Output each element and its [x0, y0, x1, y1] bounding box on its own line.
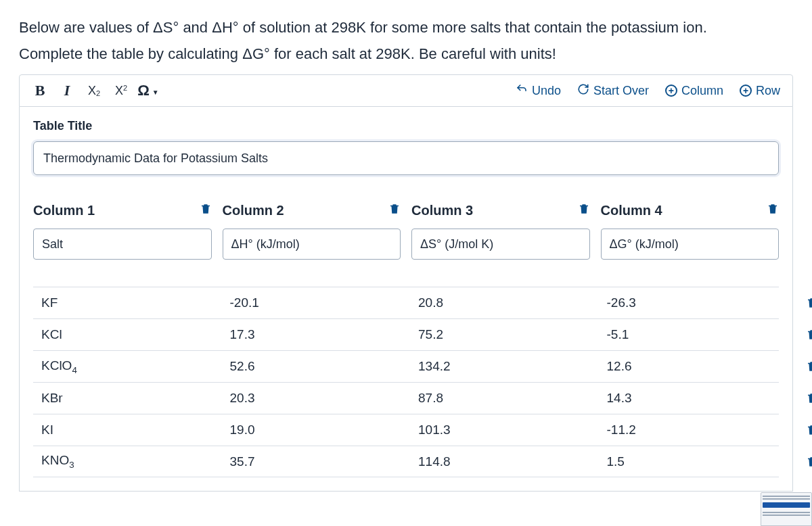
table-editor-panel: Table Title Column 1 Salt Column 2 ΔH° (… — [19, 107, 793, 492]
refresh-icon — [577, 83, 589, 99]
cell-col1[interactable]: KBr — [35, 391, 212, 406]
add-row-button[interactable]: + Row — [740, 84, 780, 98]
cell-col4[interactable]: 14.3 — [600, 391, 778, 406]
subscript-glyph: X — [88, 84, 96, 98]
question-line-1: Below are values of ΔS° and ΔH° of solut… — [19, 16, 793, 39]
cell-col3[interactable]: 101.3 — [411, 423, 589, 437]
column-block-4: Column 4 ΔG° (kJ/mol) — [601, 202, 780, 260]
column-block-3: Column 3 ΔS° (J/mol K) — [411, 202, 590, 260]
column-2-header-input[interactable]: ΔH° (kJ/mol) — [223, 229, 401, 260]
bold-button[interactable]: B — [26, 77, 53, 104]
cell-col3[interactable]: 114.8 — [411, 454, 589, 469]
cell-col3[interactable]: 87.8 — [411, 391, 589, 406]
column-1-header-input[interactable]: Salt — [33, 229, 212, 260]
row-delete-column — [806, 287, 812, 477]
column-headers-row: Column 1 Salt Column 2 ΔH° (kJ/mol) Colu… — [33, 202, 779, 260]
delete-column-4-button[interactable] — [767, 202, 779, 219]
start-over-label: Start Over — [593, 84, 649, 98]
table-row: KCl17.375.2-5.1 — [33, 318, 779, 350]
cell-col2[interactable]: 35.7 — [223, 454, 401, 469]
column-1-header-value: Salt — [42, 237, 63, 252]
plus-icon: + — [665, 85, 677, 97]
omega-icon: Ω — [137, 82, 150, 99]
cell-col3[interactable]: 20.8 — [411, 295, 589, 310]
undo-label: Undo — [532, 84, 561, 98]
column-1-label: Column 1 — [33, 203, 95, 218]
table-title-input[interactable] — [43, 151, 769, 166]
format-group: B I X2 X2 Ω ▼ — [26, 77, 162, 104]
special-char-button[interactable]: Ω ▼ — [135, 77, 162, 104]
table-row: KI19.0101.3-11.2 — [33, 414, 779, 446]
column-2-header-value: ΔH° (kJ/mol) — [231, 237, 300, 252]
delete-row-button[interactable] — [806, 446, 812, 477]
editor-toolbar: B I X2 X2 Ω ▼ Undo Start Over + Column + — [19, 74, 793, 107]
column-4-label: Column 4 — [601, 203, 662, 218]
delete-row-button[interactable] — [806, 382, 812, 414]
column-3-label: Column 3 — [411, 203, 473, 218]
cell-col1[interactable]: KF — [35, 295, 212, 310]
italic-button[interactable]: I — [53, 77, 81, 104]
superscript-glyph: X — [115, 84, 123, 98]
cell-col4[interactable]: 1.5 — [600, 454, 778, 469]
page-thumbnail[interactable] — [761, 492, 812, 526]
table-title-label: Table Title — [33, 119, 779, 133]
column-4-header-value: ΔG° (kJ/mol) — [610, 237, 679, 252]
action-group: Undo Start Over + Column + Row — [516, 83, 786, 99]
data-rows: KF-20.120.8-26.3KCl17.375.2-5.1KClO452.6… — [33, 287, 779, 477]
column-block-2: Column 2 ΔH° (kJ/mol) — [223, 202, 401, 260]
chevron-down-icon: ▼ — [152, 89, 159, 96]
column-2-label: Column 2 — [223, 203, 284, 218]
cell-col1[interactable]: KI — [35, 423, 212, 437]
delete-column-1-button[interactable] — [200, 202, 212, 219]
question-line-2: Complete the table by calculating ΔG° fo… — [19, 43, 793, 65]
column-4-header-input[interactable]: ΔG° (kJ/mol) — [601, 229, 780, 260]
cell-col2[interactable]: 19.0 — [223, 423, 401, 437]
table-row: KBr20.387.814.3 — [33, 382, 779, 414]
add-column-button[interactable]: + Column — [665, 84, 723, 98]
cell-col2[interactable]: 17.3 — [223, 327, 401, 342]
start-over-button[interactable]: Start Over — [577, 83, 649, 99]
column-3-header-value: ΔS° (J/mol K) — [420, 237, 493, 252]
table-row: KNO335.7114.81.5 — [33, 446, 779, 477]
cell-col3[interactable]: 134.2 — [411, 359, 589, 374]
cell-col1[interactable]: KCl — [35, 327, 212, 342]
table-row: KF-20.120.8-26.3 — [33, 287, 779, 318]
cell-col4[interactable]: -26.3 — [600, 295, 778, 310]
delete-row-button[interactable] — [806, 287, 812, 318]
cell-col4[interactable]: -5.1 — [600, 327, 778, 342]
cell-col4[interactable]: -11.2 — [600, 423, 778, 437]
cell-col1[interactable]: KNO3 — [35, 453, 212, 470]
subscript-button[interactable]: X2 — [81, 77, 108, 104]
delete-row-button[interactable] — [806, 350, 812, 382]
add-row-label: Row — [756, 84, 780, 98]
delete-row-button[interactable] — [806, 414, 812, 446]
delete-column-3-button[interactable] — [578, 202, 590, 219]
delete-row-button[interactable] — [806, 318, 812, 350]
column-block-1: Column 1 Salt — [33, 202, 212, 260]
column-3-header-input[interactable]: ΔS° (J/mol K) — [411, 229, 590, 260]
cell-col2[interactable]: -20.1 — [223, 295, 401, 310]
table-title-input-wrapper[interactable] — [33, 141, 779, 175]
cell-col4[interactable]: 12.6 — [600, 359, 778, 374]
superscript-button[interactable]: X2 — [108, 77, 135, 104]
add-column-label: Column — [681, 84, 723, 98]
cell-col2[interactable]: 20.3 — [223, 391, 401, 406]
plus-icon: + — [740, 85, 752, 97]
table-row: KClO452.6134.212.6 — [33, 350, 779, 382]
cell-col2[interactable]: 52.6 — [223, 359, 401, 374]
undo-button[interactable]: Undo — [516, 83, 561, 99]
delete-column-2-button[interactable] — [388, 202, 401, 219]
cell-col1[interactable]: KClO4 — [35, 358, 212, 375]
undo-icon — [516, 83, 528, 99]
cell-col3[interactable]: 75.2 — [411, 327, 589, 342]
